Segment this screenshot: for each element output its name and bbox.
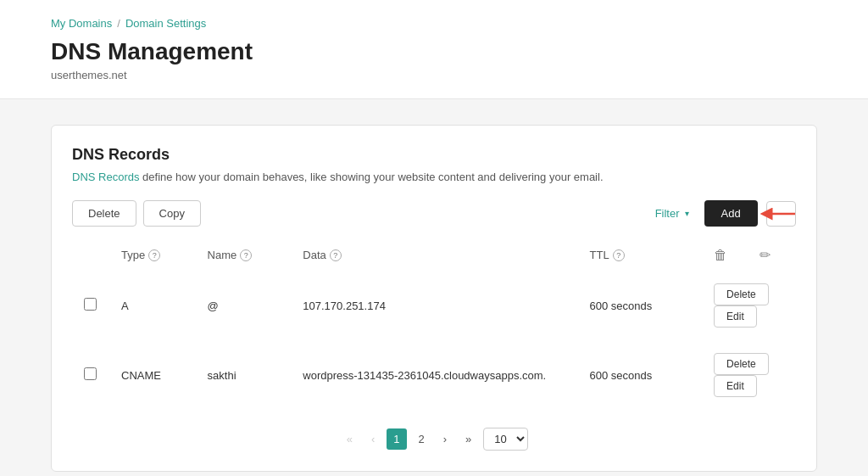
page-title: DNS Management [51,38,817,65]
pagination-last-button[interactable]: » [459,428,478,450]
filter-button[interactable]: Filter ▾ [648,201,696,226]
copy-button[interactable]: Copy [143,200,201,227]
row1-checkbox[interactable] [84,298,97,311]
col-type-header: Type ? [111,240,197,271]
trash-icon: 🗑 [714,248,727,262]
chevron-down-icon: ▾ [685,209,689,218]
add-btn-wrapper: Add [704,200,758,227]
type-help-icon[interactable]: ? [148,249,160,261]
row2-ttl: 600 seconds [580,340,704,410]
row1-edit-button[interactable]: Edit [714,305,757,328]
page-subtitle: userthemes.net [51,69,817,81]
pagination-prev-button[interactable]: ‹ [364,428,381,450]
row1-delete-button[interactable]: Delete [714,283,769,305]
row2-type: CNAME [111,340,197,410]
dns-records-card: DNS Records DNS Records define how your … [51,125,817,472]
col-data-header: Data ? [292,240,579,271]
edit-icon: ✏ [760,248,771,262]
breadcrumb-current: Domain Settings [125,17,206,30]
name-help-icon[interactable]: ? [240,249,252,261]
pagination-next-button[interactable]: › [437,428,453,450]
pagination-page-2-button[interactable]: 2 [412,428,431,450]
col-edit-header: ✏ [749,240,795,271]
row1-ttl: 600 seconds [580,271,704,340]
row2-data: wordpress-131435-2361045.cloudwaysapps.c… [292,340,579,410]
delete-button[interactable]: Delete [72,200,136,227]
dns-records-table: Type ? Name ? Data [72,240,796,411]
breadcrumb-parent-link[interactable]: My Domains [51,17,112,30]
data-help-icon[interactable]: ? [330,249,342,261]
filter-label: Filter [655,207,680,220]
row1-type: A [111,271,197,340]
add-button[interactable]: Add [704,200,758,227]
pagination-first-button[interactable]: « [340,428,359,450]
row1-name: @ [198,271,293,340]
row2-delete-button[interactable]: Delete [714,353,769,375]
row2-checkbox[interactable] [84,367,97,380]
pagination: « ‹ 1 2 › » 10 25 50 [72,428,796,451]
col-checkbox [73,240,111,271]
col-name-header: Name ? [198,240,293,271]
toolbar: Delete Copy Filter ▾ Add [72,200,796,227]
dns-records-link[interactable]: DNS Records [72,171,139,183]
row1-data: 107.170.251.174 [292,271,579,340]
card-description-text: define how your domain behaves, like sho… [139,171,603,183]
col-trash-header: 🗑 [704,240,749,271]
per-page-select[interactable]: 10 25 50 [483,428,528,451]
more-options-button[interactable]: ··· [766,201,796,227]
breadcrumb: My Domains / Domain Settings [51,17,817,30]
breadcrumb-separator: / [117,17,120,30]
toolbar-left: Delete Copy [72,200,201,227]
table-row: CNAME sakthi wordpress-131435-2361045.cl… [73,340,795,410]
row2-name: sakthi [198,340,293,410]
row2-actions: Delete Edit [704,340,795,410]
pagination-page-1-button[interactable]: 1 [387,428,406,450]
col-ttl-header: TTL ? [580,240,704,271]
card-title: DNS Records [72,146,796,164]
row2-edit-button[interactable]: Edit [714,375,757,397]
table-row: A @ 107.170.251.174 600 seconds Delete E… [73,271,795,340]
row1-checkbox-cell [73,271,111,340]
toolbar-right: Filter ▾ Add [648,200,796,227]
row1-actions: Delete Edit [704,271,795,340]
row2-checkbox-cell [73,340,111,410]
ttl-help-icon[interactable]: ? [613,249,625,261]
card-description: DNS Records define how your domain behav… [72,171,796,183]
